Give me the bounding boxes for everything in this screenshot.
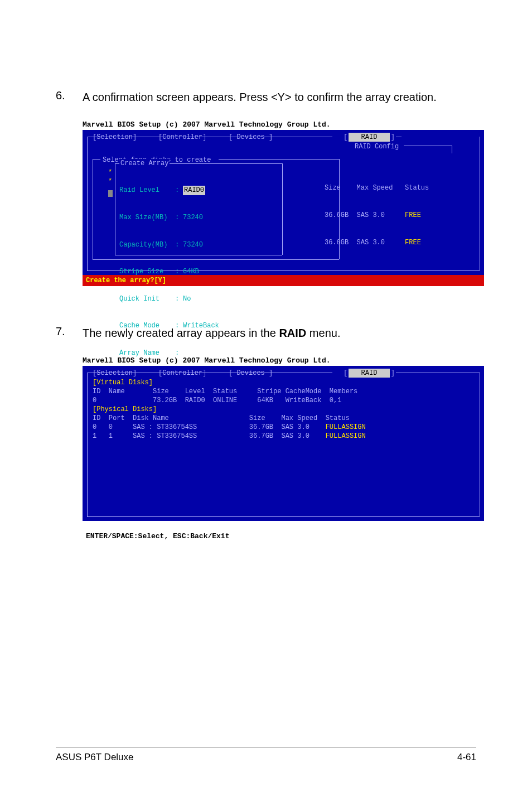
star-icon: * bbox=[108, 168, 112, 177]
virtual-disk-row: 0 73.2GB RAID0 ONLINE 64KB WriteBack 0,1 bbox=[93, 396, 341, 405]
tab-controller: [Controller] bbox=[156, 133, 209, 142]
star-icon: * bbox=[108, 177, 112, 186]
physical-disks-header: ID Port Disk Name Size Max Speed Status bbox=[93, 414, 350, 423]
tab-devices: [ Devices ] bbox=[226, 133, 275, 142]
raid-config-label: RAID Config bbox=[355, 142, 399, 151]
footer-product: ASUS P6T Deluxe bbox=[56, 752, 134, 763]
row-raid-level: Raid Level:RAID0 bbox=[119, 186, 278, 195]
bios-screenshot-2: Marvell BIOS Setup (c) 2007 Marvell Tech… bbox=[83, 356, 476, 542]
free-disk-row: 36.6GB SAS 3.0 FREE bbox=[325, 238, 474, 247]
bios-help-bar: ENTER/SPACE:Select, ESC:Back/Exit bbox=[83, 531, 476, 542]
row-capacity: Capacity(MB):73240 bbox=[119, 240, 278, 249]
step-6: 6. A confirmation screen appears. Press … bbox=[56, 89, 476, 105]
row-quick-init: Quick Init:No bbox=[119, 294, 278, 303]
free-disks-table: Size Max Speed Status 36.6GB SAS 3.0 FRE… bbox=[325, 166, 474, 265]
tab-controller: [Controller] bbox=[156, 369, 209, 378]
bios-screen-raid-menu: [Selection] [Controller] [ Devices ] [ R… bbox=[83, 366, 484, 521]
tab-raid: [ RAID ] bbox=[344, 369, 395, 378]
row-cache-mode: Cache Mode:WriteBack bbox=[119, 321, 278, 330]
tab-devices: [ Devices ] bbox=[226, 369, 275, 378]
tab-raid: [ RAID ] bbox=[344, 133, 395, 142]
footer-page-number: 4-61 bbox=[457, 752, 476, 763]
tab-selection: [Selection] bbox=[90, 369, 139, 378]
step-text: A confirmation screen appears. Press <Y>… bbox=[83, 89, 437, 105]
step-number: 6. bbox=[56, 89, 67, 105]
step-number: 7. bbox=[56, 325, 67, 341]
bios-screenshot-1: Marvell BIOS Setup (c) 2007 Marvell Tech… bbox=[83, 120, 476, 286]
bios-screen-create-array: [Selection] [Controller] [ Devices ] [ R… bbox=[83, 130, 484, 286]
page-footer: ASUS P6T Deluxe 4-61 bbox=[56, 747, 476, 763]
row-array-name: Array Name: bbox=[119, 349, 278, 357]
physical-disk-row: 1 1 SAS : ST336754SS 36.7GB SAS 3.0 FULL… bbox=[93, 432, 366, 441]
create-array-prompt: Create the array?[Y] bbox=[83, 275, 484, 286]
create-array-title: Create Array bbox=[119, 159, 170, 168]
create-array-box: Create Array * * Raid Level:RAID0 Max Si… bbox=[115, 163, 282, 255]
physical-disk-row: 0 0 SAS : ST336754SS 36.7GB SAS 3.0 FULL… bbox=[93, 423, 366, 432]
free-disks-header: Size Max Speed Status bbox=[325, 183, 474, 192]
row-max-size: Max Size(MB):73240 bbox=[119, 213, 278, 222]
virtual-disks-header: ID Name Size Level Status Stripe CacheMo… bbox=[93, 387, 357, 396]
free-disk-row: 36.6GB SAS 3.0 FREE bbox=[325, 211, 474, 220]
scroll-indicator bbox=[108, 190, 113, 197]
tab-selection: [Selection] bbox=[90, 133, 139, 142]
virtual-disks-section: [Virtual Disks] bbox=[93, 378, 153, 387]
physical-disks-section: [Physical Disks] bbox=[93, 405, 157, 414]
bios-caption: Marvell BIOS Setup (c) 2007 Marvell Tech… bbox=[83, 120, 476, 129]
